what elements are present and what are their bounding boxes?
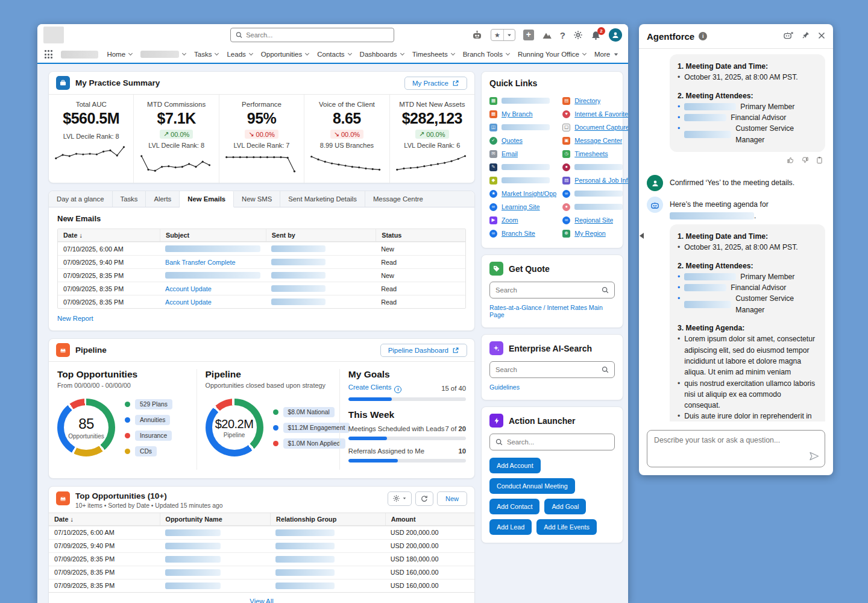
add-lead-button[interactable]: Add Lead xyxy=(489,519,532,535)
new-opportunity-button[interactable]: New xyxy=(437,491,467,506)
user-avatar[interactable] xyxy=(609,28,622,42)
thumbs-down-icon[interactable] xyxy=(801,156,809,167)
quick-create-icon[interactable]: + xyxy=(523,30,534,40)
table-row[interactable]: 07/10/2025, 6:00 AM New xyxy=(58,242,465,255)
table-row[interactable]: 07/09/2025, 8:35 PM USD 180,000.00 xyxy=(49,552,474,566)
table-row[interactable]: 07/09/2025, 8:35 PM USD 160,000.00 xyxy=(49,566,474,579)
quick-link[interactable]: ∞Branch Site xyxy=(489,227,556,240)
get-quote-search-input[interactable] xyxy=(495,286,597,294)
tab-tasks[interactable]: Tasks xyxy=(113,191,146,207)
agentforce-prompt-box[interactable] xyxy=(647,430,825,467)
action-launcher-search[interactable] xyxy=(489,434,615,450)
pipeline-dashboard-button[interactable]: Pipeline Dashboard xyxy=(380,344,467,357)
favorite-star-icon[interactable]: ★ xyxy=(491,31,503,39)
nav-tab-dashboards[interactable]: Dashboards xyxy=(360,51,404,58)
quick-link[interactable]: ★Market Insight/Opp xyxy=(489,187,556,200)
col-opportunity-name[interactable]: Opportunity Name xyxy=(160,513,271,525)
add-account-button[interactable]: Add Account xyxy=(489,458,541,473)
table-row[interactable]: 07/09/2025, 8:35 PM USD 160,000.00 xyxy=(49,579,474,592)
ai-search-input[interactable] xyxy=(495,366,597,373)
info-icon[interactable]: i xyxy=(394,386,401,393)
nav-tab-more[interactable]: More xyxy=(594,51,618,58)
new-report-link[interactable]: New Report xyxy=(57,315,93,322)
quick-link[interactable]: ◫ xyxy=(489,121,556,134)
quick-link[interactable]: ♥Internet & Favorites xyxy=(562,107,628,121)
help-icon[interactable]: ? xyxy=(560,30,565,40)
col-date[interactable]: Date↓ xyxy=(49,513,160,525)
quick-link[interactable]: ▤Personal & Job Info xyxy=(562,174,628,187)
tab-alerts[interactable]: Alerts xyxy=(146,191,180,207)
add-contact-button[interactable]: Add Contact xyxy=(489,499,539,514)
nav-tab-opportunities[interactable]: Opportunities xyxy=(261,51,309,58)
col-amount[interactable]: Amount xyxy=(385,513,474,525)
quick-link[interactable]: ▢Document Capture xyxy=(562,121,628,134)
quick-link[interactable]: ✓Quotes xyxy=(489,134,556,147)
action-launcher-input[interactable] xyxy=(507,438,609,446)
notifications-bell-icon[interactable]: 2 xyxy=(591,30,601,40)
close-icon[interactable] xyxy=(818,31,825,42)
einstein-assistant-icon[interactable] xyxy=(471,30,483,40)
quick-link[interactable]: ✉Email xyxy=(489,147,556,160)
favorites-control[interactable]: ★ xyxy=(491,29,515,41)
quick-link[interactable]: ▦ xyxy=(489,94,556,107)
favorites-dropdown-icon[interactable] xyxy=(508,34,511,36)
quick-link[interactable]: ▤Directory xyxy=(562,94,628,107)
nav-tab-tasks[interactable]: Tasks xyxy=(194,51,218,58)
add-goal-button[interactable]: Add Goal xyxy=(544,499,586,514)
agentforce-prompt-input[interactable] xyxy=(647,431,825,455)
table-row[interactable]: 07/09/2025, 8:35 PM New xyxy=(58,268,465,282)
my-practice-button[interactable]: My Practice xyxy=(404,77,467,90)
rates-link[interactable]: Rates-at-a-Glance / Internet Rates Main … xyxy=(489,304,615,318)
quick-link[interactable]: ▶Zoom xyxy=(489,213,556,227)
table-row[interactable]: 07/09/2025, 8:35 PM Account Update Read xyxy=(58,282,465,295)
tab-day-at-a-glance[interactable]: Day at a glance xyxy=(49,191,113,207)
view-all-link[interactable]: View All xyxy=(250,598,273,603)
col-sentby[interactable]: Sent by xyxy=(266,229,376,241)
list-settings-button[interactable] xyxy=(388,491,412,506)
email-subject-link[interactable]: Account Update xyxy=(165,298,212,306)
global-search[interactable] xyxy=(230,28,394,42)
col-relationship-group[interactable]: Relationship Group xyxy=(270,513,385,525)
ai-search-box[interactable] xyxy=(489,361,615,378)
trailhead-icon[interactable] xyxy=(542,31,552,40)
pin-icon[interactable] xyxy=(802,31,810,42)
col-subject[interactable]: Subject xyxy=(160,229,266,241)
quick-link[interactable]: ∞Learning Site xyxy=(489,200,556,213)
nav-tab-home[interactable]: Home xyxy=(107,51,132,58)
table-row[interactable]: 07/09/2025, 8:35 PM Account Update Read xyxy=(58,295,465,308)
table-row[interactable]: 07/09/2025, 9:40 PM Bank Transfer Comple… xyxy=(58,255,465,268)
quick-link[interactable]: ◆ xyxy=(489,174,556,187)
quick-link[interactable]: ◷Timesheets xyxy=(562,147,628,160)
nav-tab-running-your-office[interactable]: Running Your Office xyxy=(518,51,586,58)
email-subject-link[interactable]: Account Update xyxy=(165,285,212,292)
quick-link[interactable]: ● xyxy=(562,160,628,174)
global-search-input[interactable] xyxy=(246,31,389,39)
nav-tab-timesheets[interactable]: Timesheets xyxy=(412,51,454,58)
tab-sent-marketing-details[interactable]: Sent Marketing Details xyxy=(280,191,365,207)
tab-new-sms[interactable]: New SMS xyxy=(234,191,280,207)
tab-message-centre[interactable]: Message Centre xyxy=(365,191,431,207)
tab-new-emails[interactable]: New Emails xyxy=(180,191,234,207)
table-row[interactable]: 07/09/2025, 9:40 PM USD 200,000.00 xyxy=(49,539,474,552)
guidelines-link[interactable]: Guidelines xyxy=(489,384,520,391)
col-date[interactable]: Date↓ xyxy=(58,229,160,241)
conduct-annual-meeting-button[interactable]: Conduct Annual Meeting xyxy=(489,478,575,494)
add-life-events-button[interactable]: Add Life Events xyxy=(536,519,597,535)
thumbs-up-icon[interactable] xyxy=(787,156,794,167)
quick-link[interactable]: ● xyxy=(562,200,628,213)
nav-tab-leads[interactable]: Leads xyxy=(227,51,252,58)
setup-gear-icon[interactable] xyxy=(573,30,583,40)
table-row[interactable]: 07/10/2025, 6:00 AM USD 200,000.00 xyxy=(49,526,474,539)
create-clients-link[interactable]: Create Clients xyxy=(348,384,392,391)
send-icon[interactable] xyxy=(809,452,819,463)
refresh-button[interactable] xyxy=(415,491,433,506)
copy-clipboard-icon[interactable] xyxy=(816,156,823,167)
info-icon[interactable]: i xyxy=(699,32,707,40)
end-chat-bot-icon[interactable] xyxy=(783,31,794,42)
quick-link[interactable]: ✎ xyxy=(489,160,556,174)
nav-tab-contacts[interactable]: Contacts xyxy=(317,51,351,58)
quick-link[interactable]: ∞Regional Site xyxy=(562,213,628,227)
col-status[interactable]: Status xyxy=(376,229,465,241)
nav-tab-redacted[interactable] xyxy=(140,51,186,58)
email-subject-link[interactable]: Bank Transfer Complete xyxy=(165,259,235,266)
